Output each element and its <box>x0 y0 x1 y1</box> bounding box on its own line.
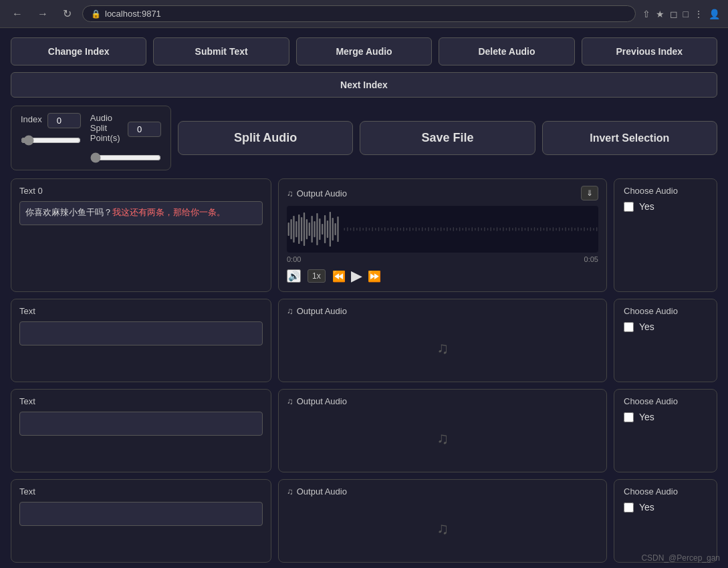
svg-rect-22 <box>350 228 352 231</box>
split-point-input[interactable] <box>128 122 161 137</box>
next-index-button[interactable]: Next Index <box>11 72 717 98</box>
svg-rect-58 <box>463 228 464 231</box>
speed-button-0[interactable]: 1x <box>308 269 326 283</box>
split-audio-button[interactable]: Split Audio <box>178 121 353 155</box>
svg-rect-3 <box>295 221 297 237</box>
choose-option-label-1: Yes <box>639 321 654 332</box>
forward-button[interactable]: → <box>33 7 52 21</box>
svg-rect-74 <box>512 228 513 231</box>
svg-rect-4 <box>298 215 299 244</box>
change-index-button[interactable]: Change Index <box>11 37 146 65</box>
split-button[interactable]: □ <box>683 9 689 19</box>
svg-rect-38 <box>400 228 401 231</box>
svg-rect-77 <box>521 227 523 231</box>
menu-button[interactable]: ⋮ <box>694 9 703 19</box>
choose-option-label-0: Yes <box>639 201 654 212</box>
back-button[interactable]: ← <box>8 7 27 21</box>
svg-rect-62 <box>475 228 476 231</box>
profile-button[interactable]: 👤 <box>709 9 720 19</box>
svg-rect-20 <box>344 228 345 231</box>
split-slider[interactable] <box>90 152 161 163</box>
index-slider[interactable] <box>21 135 81 146</box>
svg-rect-1 <box>290 219 291 239</box>
svg-rect-56 <box>456 228 457 231</box>
content-row-0: Text 0 你喜欢麻辣小鱼干吗？我这还有两条，那给你一条。 ♫ Output … <box>11 178 717 292</box>
choose-checkbox-1[interactable] <box>624 322 634 332</box>
music-note-icon-2: ♫ <box>287 396 293 406</box>
svg-rect-87 <box>553 227 554 231</box>
merge-audio-button[interactable]: Merge Audio <box>296 37 432 65</box>
svg-rect-66 <box>487 228 489 231</box>
invert-selection-button[interactable]: Invert Selection <box>542 121 717 155</box>
bookmark-button[interactable]: ★ <box>656 9 664 19</box>
choose-option-label-2: Yes <box>639 412 654 422</box>
fast-forward-button-0[interactable]: ⏩ <box>368 270 381 283</box>
download-button-0[interactable]: ⇓ <box>581 186 598 200</box>
time-end-0: 0:05 <box>584 255 598 263</box>
content-row-2: Text ♫ Output Audio ♫ Choose Audio <box>11 389 717 472</box>
audio-panel-header-2: ♫ Output Audio <box>287 396 598 406</box>
reload-button[interactable]: ↻ <box>59 6 76 21</box>
share-button[interactable]: ⇧ <box>642 9 650 19</box>
text-panel-3: Text <box>11 479 271 563</box>
svg-rect-73 <box>509 227 510 231</box>
play-controls-0: ⏪ ▶ ⏩ <box>332 267 381 285</box>
svg-rect-43 <box>416 227 417 231</box>
delete-audio-button[interactable]: Delete Audio <box>439 37 574 65</box>
choose-option-3: Yes <box>624 502 707 513</box>
svg-rect-31 <box>378 227 380 231</box>
empty-audio-2: ♫ <box>287 412 598 465</box>
svg-rect-41 <box>409 227 410 231</box>
svg-rect-83 <box>540 227 541 231</box>
svg-rect-75 <box>515 227 517 231</box>
audio-panel-title-0: ♫ Output Audio <box>287 188 347 198</box>
svg-rect-59 <box>465 227 467 231</box>
svg-rect-81 <box>534 227 535 231</box>
choose-checkbox-2[interactable] <box>624 412 634 422</box>
controls-left: Index Audio Split Point(s) <box>11 106 171 170</box>
choose-panel-0: Choose Audio Yes <box>614 178 717 292</box>
extension-button[interactable]: ◻ <box>670 9 678 19</box>
rewind-button-0[interactable]: ⏪ <box>332 270 346 283</box>
svg-rect-64 <box>481 228 482 231</box>
svg-rect-71 <box>503 227 504 231</box>
svg-rect-69 <box>497 227 498 231</box>
audio-panel-header-0: ♫ Output Audio ⇓ <box>287 186 598 200</box>
svg-rect-68 <box>493 228 495 231</box>
audio-panel-title-1: ♫ Output Audio <box>287 306 347 316</box>
choose-checkbox-3[interactable] <box>624 503 634 513</box>
volume-button-0[interactable]: 🔊 <box>287 269 301 283</box>
index-input[interactable] <box>47 113 81 128</box>
svg-rect-6 <box>304 212 305 246</box>
svg-rect-82 <box>537 228 538 231</box>
submit-text-button[interactable]: Submit Text <box>153 37 289 65</box>
svg-rect-48 <box>431 228 433 231</box>
play-button-0[interactable]: ▶ <box>351 267 362 285</box>
svg-rect-44 <box>418 228 420 231</box>
svg-rect-63 <box>478 227 479 231</box>
svg-rect-16 <box>330 212 331 247</box>
svg-rect-35 <box>390 227 392 231</box>
svg-rect-88 <box>556 228 557 231</box>
text-input-3[interactable] <box>19 502 263 526</box>
time-start-0: 0:00 <box>287 255 301 263</box>
choose-option-label-3: Yes <box>639 502 654 513</box>
previous-index-button[interactable]: Previous Index <box>582 37 717 65</box>
svg-rect-10 <box>314 221 315 237</box>
svg-rect-32 <box>381 228 382 231</box>
text-panel-2: Text <box>11 389 271 472</box>
save-file-button[interactable]: Save File <box>360 121 535 155</box>
svg-rect-67 <box>490 227 491 231</box>
svg-rect-47 <box>428 227 429 231</box>
svg-rect-18 <box>334 223 336 235</box>
text-input-1[interactable] <box>19 321 263 345</box>
svg-rect-78 <box>525 228 526 231</box>
waveform-0 <box>287 206 598 253</box>
app: Change Index Submit Text Merge Audio Del… <box>0 28 728 568</box>
url-text: localhost:9871 <box>105 9 161 19</box>
svg-rect-90 <box>562 228 564 231</box>
svg-rect-45 <box>422 227 423 231</box>
text-input-2[interactable] <box>19 412 263 436</box>
text-label-0: Text 0 <box>19 186 263 196</box>
choose-checkbox-0[interactable] <box>624 202 634 212</box>
